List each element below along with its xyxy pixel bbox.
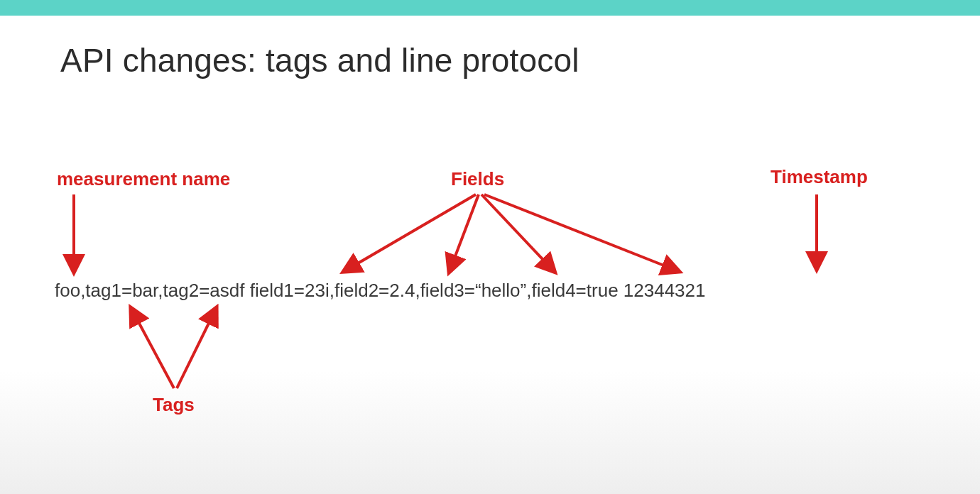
- annotation-arrows: [0, 16, 980, 494]
- label-timestamp: Timestamp: [771, 166, 868, 188]
- arrow-field2: [450, 194, 479, 271]
- arrow-tag2: [177, 309, 216, 388]
- arrow-field3: [481, 194, 554, 271]
- arrow-tag1: [131, 309, 174, 388]
- accent-top-bar: [0, 0, 980, 16]
- arrow-field1: [344, 194, 476, 271]
- arrow-field4: [484, 194, 678, 271]
- slide-body: API changes: tags and line protocol meas…: [0, 16, 980, 494]
- label-fields: Fields: [451, 168, 504, 190]
- line-protocol-text: foo,tag1=bar,tag2=asdf field1=23i,field2…: [55, 280, 706, 302]
- slide-title: API changes: tags and line protocol: [60, 41, 579, 79]
- label-tags: Tags: [153, 394, 195, 416]
- label-measurement-name: measurement name: [57, 168, 230, 190]
